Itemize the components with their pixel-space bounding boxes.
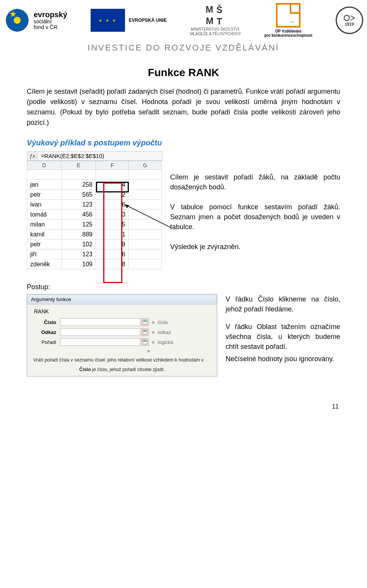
cell-name[interactable]: milan <box>27 220 62 230</box>
cell-empty[interactable] <box>129 180 162 190</box>
col-header-f[interactable]: F <box>96 161 129 170</box>
cell-name[interactable]: petr <box>27 190 62 200</box>
table-row[interactable]: kamil8891 <box>27 230 162 239</box>
cell-empty[interactable] <box>129 249 162 259</box>
cell-empty[interactable] <box>129 190 162 200</box>
dialog-function-name: RANK <box>33 308 211 314</box>
svg-rect-4 <box>143 321 146 322</box>
range-picker-button[interactable] <box>141 318 149 326</box>
formula-text[interactable]: =RANK(E2;$E$2:$E$10) <box>38 151 107 160</box>
logo-eu: ★ ★ ★ EVROPSKÁ UNIE <box>91 9 167 32</box>
arg-label: Odkaz <box>33 329 60 335</box>
table-row[interactable]: zdeněk1098 <box>27 259 162 269</box>
cell-rank[interactable]: 3 <box>96 210 129 220</box>
intro-paragraph: Cílem je sestavit (seřadit) pořadí zadan… <box>27 86 340 128</box>
cell-name[interactable]: jan <box>27 180 62 190</box>
cell-points[interactable]: 889 <box>62 230 96 239</box>
cell-empty[interactable] <box>129 230 162 239</box>
cell-points[interactable]: 123 <box>62 249 96 259</box>
cell-empty[interactable] <box>129 200 162 210</box>
cell-points[interactable]: 123 <box>62 200 96 210</box>
cell-rank[interactable]: 6 <box>96 200 129 210</box>
cell-points[interactable]: 258 <box>62 180 96 190</box>
table-row[interactable]: petr1029 <box>27 239 162 249</box>
cell-points[interactable]: 125 <box>62 220 96 230</box>
table-row[interactable]: ivan1236 <box>27 200 162 210</box>
function-arguments-dialog: Argumenty funkce RANK Číslo=čísloOdkaz=o… <box>27 294 217 376</box>
side-p3: Výsledek je zvýrazněn. <box>170 242 340 252</box>
dialog-arg-help: Číslo je číslo, jehož pořadí chcete zjis… <box>33 367 211 372</box>
sheet-table[interactable]: D E F G jan2584petr5652ivan1236tomáš4563… <box>27 161 162 269</box>
logo-opvk: OP Vzdělávání pro konkurenceschopnost <box>264 3 312 37</box>
esf-line2: sociální <box>34 19 67 24</box>
school-year: 1919 <box>345 22 354 26</box>
cell-name[interactable]: petr <box>27 239 62 249</box>
cell-points[interactable]: 565 <box>62 190 96 200</box>
equals-sign: = <box>152 339 155 345</box>
esf-text: evropský sociální fond v ČR <box>34 10 67 31</box>
procedure-p1: V řádku Číslo klikneme na číslo, jehož p… <box>226 294 340 314</box>
cell-points[interactable]: 456 <box>62 210 96 220</box>
side-p1: Cílem je sestavit pořadí žáků, na základ… <box>170 172 340 192</box>
table-row[interactable] <box>27 170 162 180</box>
table-row[interactable]: tomáš4563 <box>27 210 162 220</box>
opvk-icon <box>276 3 300 28</box>
dialog-arg-help-text: je číslo, jehož pořadí chcete zjistit. <box>91 367 165 372</box>
cell-empty[interactable] <box>129 259 162 269</box>
cell-empty[interactable] <box>129 239 162 249</box>
col-header-g[interactable]: G <box>129 161 162 170</box>
book-icon: Š <box>216 5 224 16</box>
cell-name[interactable]: jiří <box>27 249 62 259</box>
procedure-p3: Nečíselné hodnoty jsou ignorovány. <box>226 354 340 364</box>
range-picker-button[interactable] <box>141 338 149 346</box>
procedure-text: V řádku Číslo klikneme na číslo, jehož p… <box>226 294 340 372</box>
table-row[interactable]: jiří1236 <box>27 249 162 259</box>
equals-sign: = <box>152 329 155 335</box>
example-heading: Výukový příklad s postupem výpočtu <box>27 138 340 147</box>
arg-label: Pořadí <box>33 339 60 345</box>
cell-rank[interactable]: 5 <box>96 220 129 230</box>
table-row[interactable]: jan2584 <box>27 180 162 190</box>
dialog-arg-row: Číslo=číslo <box>33 318 211 326</box>
cell-rank[interactable]: 1 <box>96 230 129 239</box>
table-row[interactable]: petr5652 <box>27 190 162 200</box>
svg-rect-7 <box>143 340 147 344</box>
arg-hint: logická <box>158 339 173 345</box>
cell-rank[interactable]: 4 <box>96 180 129 190</box>
cell-rank[interactable]: 8 <box>96 259 129 269</box>
slogan: INVESTICE DO ROZVOJE VZDĚLÁVÁNÍ <box>0 41 367 60</box>
col-header-e[interactable]: E <box>62 161 96 170</box>
logo-msmt: MŠMT MINISTERSTVO ŠKOLSTVÍ, MLÁDEŽE A TĚ… <box>190 4 241 36</box>
msmt-line1: MINISTERSTVO ŠKOLSTVÍ, <box>190 27 241 32</box>
fx-icon[interactable]: ƒx <box>27 151 38 160</box>
cell-name[interactable]: kamil <box>27 230 62 239</box>
arg-hint: číslo <box>158 319 168 325</box>
cell-name[interactable]: tomáš <box>27 210 62 220</box>
dialog-titlebar[interactable]: Argumenty funkce <box>27 295 217 305</box>
arg-hint: odkaz <box>158 329 171 335</box>
cell-name[interactable]: ivan <box>27 200 62 210</box>
col-header-d[interactable]: D <box>27 161 62 170</box>
table-row[interactable]: milan1255 <box>27 220 162 230</box>
arg-input[interactable] <box>60 318 140 326</box>
opvk-line1: OP Vzdělávání <box>275 29 302 33</box>
svg-rect-3 <box>143 320 147 324</box>
arg-label: Číslo <box>33 319 60 325</box>
cell-rank[interactable]: 2 <box>96 190 129 200</box>
header-logos: evropský sociální fond v ČR ★ ★ ★ EVROPS… <box>0 0 367 41</box>
side-p2: V tabulce pomocí funkce sestavím pořadí … <box>170 202 340 232</box>
side-explanation: Cílem je sestavit pořadí žáků, na základ… <box>170 161 340 262</box>
cell-empty[interactable] <box>129 210 162 220</box>
school-emblem-icon: 1919 <box>336 7 363 34</box>
cell-rank[interactable]: 9 <box>96 239 129 249</box>
cell-empty[interactable] <box>129 220 162 230</box>
cell-points[interactable]: 102 <box>62 239 96 249</box>
dialog-arg-row: Pořadí=logická <box>33 338 211 346</box>
cell-name[interactable]: zdeněk <box>27 259 62 269</box>
cell-rank[interactable]: 6 <box>96 249 129 259</box>
cell-points[interactable]: 109 <box>62 259 96 269</box>
range-picker-button[interactable] <box>141 328 149 336</box>
arg-input[interactable] <box>60 328 140 336</box>
arg-input[interactable] <box>60 338 140 346</box>
logo-esf: evropský sociální fond v ČR <box>4 7 67 34</box>
